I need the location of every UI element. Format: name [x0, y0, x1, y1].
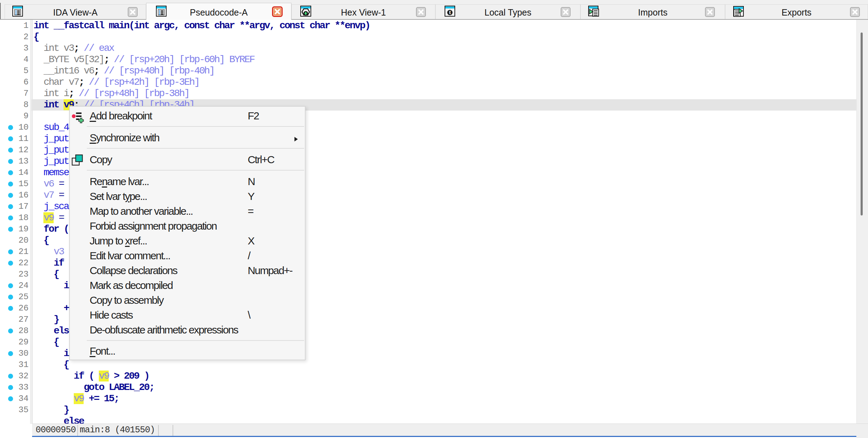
- svg-text:t: t: [449, 9, 451, 16]
